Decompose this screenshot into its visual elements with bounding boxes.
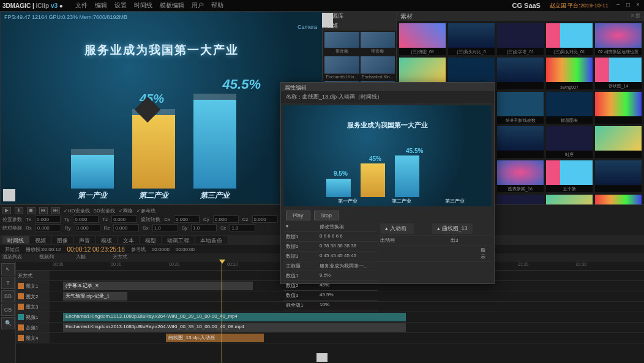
prop-row-5[interactable]: 数值245% bbox=[283, 281, 378, 291]
bb-tool[interactable]: BB bbox=[1, 290, 15, 302]
sz-input[interactable] bbox=[230, 224, 255, 231]
asset-thumb-24[interactable] bbox=[595, 160, 642, 192]
reslib-thumb-1[interactable]: 带音频 bbox=[361, 32, 395, 55]
stop-icon[interactable]: ⏹ bbox=[27, 207, 36, 214]
propedit-header[interactable]: 属性编辑 bbox=[281, 83, 494, 91]
select-tool[interactable]: ↖ bbox=[1, 263, 15, 275]
clip-0-0[interactable]: (手幕:8-记录_✕ bbox=[63, 282, 253, 290]
reslib-thumb-2[interactable]: Enchanted.Kin... bbox=[324, 56, 359, 80]
asset-thumb-19[interactable] bbox=[595, 126, 642, 158]
clip-3-0[interactable]: Enchanted.Kingdom.2013.1080p.BluRay.x264… bbox=[63, 313, 406, 321]
prop-row-4[interactable]: 数值19.5% bbox=[283, 271, 378, 281]
prop-out[interactable]: 出动画 bbox=[380, 237, 414, 244]
clip-5-0[interactable]: 曲线图_13.clp-入动画 bbox=[166, 334, 264, 342]
minimize-button[interactable]: − bbox=[615, 2, 622, 9]
search-tool[interactable]: 🔍 bbox=[1, 317, 15, 329]
tz-input[interactable] bbox=[111, 215, 137, 223]
grid-check[interactable]: ✓网格 bbox=[119, 208, 133, 214]
asset-thumb-22[interactable]: 图表新闻_16 bbox=[497, 160, 544, 192]
tl-tab-3[interactable]: 声音 bbox=[74, 236, 95, 244]
menu-user[interactable]: 用户 bbox=[192, 1, 204, 10]
stop-button[interactable]: Stop bbox=[314, 211, 339, 220]
playhead[interactable] bbox=[222, 262, 222, 363]
tl-tab-6[interactable]: 模型 bbox=[140, 236, 161, 244]
menu-settings[interactable]: 设置 bbox=[114, 1, 127, 10]
asset-thumb-1[interactable]: (三)新头对比_0 bbox=[448, 23, 495, 55]
sx-input[interactable] bbox=[152, 224, 178, 231]
track-3[interactable]: 视频1Enchanted.Kingdom.2013.1080p.BluRay.x… bbox=[16, 312, 644, 323]
prop-row-6[interactable]: 数值345.5% bbox=[283, 291, 378, 301]
tl-start[interactable]: 开始点 bbox=[5, 246, 20, 253]
prop-out3[interactable]: 出3 bbox=[451, 237, 458, 244]
next-icon[interactable]: ⏭ bbox=[51, 207, 60, 214]
sy-input[interactable] bbox=[191, 224, 217, 231]
tab-curve[interactable]: ▴ 曲线图_13 bbox=[432, 223, 473, 234]
prop-row-3[interactable]: 主标题服务业成为我国第一... bbox=[283, 261, 378, 271]
cx-input[interactable] bbox=[174, 215, 200, 223]
menu-file[interactable]: 文件 bbox=[75, 1, 88, 10]
reslib-thumb-0[interactable]: 带音频 bbox=[324, 32, 359, 55]
asset-search[interactable]: S 搜 bbox=[631, 12, 640, 20]
tl-tab-7[interactable]: 动画工程 bbox=[162, 236, 194, 244]
nav-gizmo[interactable] bbox=[126, 88, 169, 131]
tl-tab-8[interactable]: 本地备份 bbox=[195, 236, 227, 244]
asset-thumb-2[interactable]: (三)金字塔_01 bbox=[497, 23, 544, 55]
asset-thumb-18[interactable]: 时序 bbox=[546, 126, 593, 158]
asset-thumb-29[interactable] bbox=[595, 195, 642, 204]
bottom-handle-icon[interactable] bbox=[316, 353, 328, 362]
sd-safe-check[interactable]: SD安全线 bbox=[94, 208, 115, 214]
tl-tab-2[interactable]: 图像 bbox=[52, 236, 73, 244]
menu-edit[interactable]: 编辑 bbox=[95, 1, 107, 10]
asset-thumb-0[interactable]: (三)饼图_09 bbox=[399, 23, 446, 55]
pause-icon[interactable]: ⏸ bbox=[15, 207, 23, 214]
tl-tab-0[interactable]: 时间线 bbox=[2, 236, 29, 244]
maximize-button[interactable]: □ bbox=[624, 2, 632, 9]
asset-thumb-4[interactable]: 02.雄安新区地理位置 bbox=[595, 23, 642, 55]
reslib-thumb-3[interactable]: Enchanted.Kin... bbox=[361, 56, 395, 80]
rz-input[interactable] bbox=[113, 224, 139, 231]
asset-thumb-23[interactable]: 五个新 bbox=[546, 160, 593, 192]
cy-input[interactable] bbox=[213, 215, 239, 223]
menu-help[interactable]: 帮助 bbox=[211, 1, 223, 10]
menu-template[interactable]: 模板编辑 bbox=[160, 1, 184, 10]
ty-input[interactable] bbox=[73, 215, 99, 223]
menu-timeline[interactable]: 时间线 bbox=[134, 1, 152, 10]
clip-4-0[interactable]: Enchanted.Kingdom.2013.1080p.BluRay.x264… bbox=[63, 323, 406, 332]
tl-ref[interactable]: 参考线 bbox=[131, 246, 146, 253]
track-5[interactable]: 图文4曲线图_13.clp-入动画 bbox=[16, 333, 644, 343]
asset-thumb-28[interactable] bbox=[546, 195, 593, 204]
asset-thumb-9[interactable]: 饼状图_14 bbox=[595, 58, 642, 89]
prop-row-0[interactable]: 数据10 6 6 6 6 6 bbox=[283, 232, 378, 242]
track-open[interactable]: 开方式 bbox=[18, 272, 32, 279]
ry-input[interactable] bbox=[75, 224, 100, 231]
rx-input[interactable] bbox=[36, 224, 61, 231]
hd-safe-check[interactable]: ✓HD安全线 bbox=[64, 208, 90, 214]
tab-in-anim[interactable]: ▴ 入动画 bbox=[380, 223, 414, 234]
prop-row-7[interactable]: 标全版110% bbox=[283, 301, 378, 310]
play-icon[interactable]: ▶ bbox=[2, 207, 11, 214]
asset-thumb-13[interactable]: 标题图表 bbox=[546, 92, 593, 124]
asset-thumb-17[interactable] bbox=[497, 126, 544, 158]
viewport[interactable]: 服务业成为我国第一大产业 第一产业 45%第二产业 45.5%第三产业 FPS:… bbox=[0, 11, 323, 204]
tl-tab-4[interactable]: 模板 bbox=[96, 236, 117, 244]
tl-tab-1[interactable]: 视频 bbox=[30, 236, 51, 244]
asset-thumb-12[interactable]: 绘并列折线改数 bbox=[497, 92, 544, 124]
text-tool[interactable]: T bbox=[1, 277, 15, 289]
close-button[interactable]: × bbox=[634, 2, 642, 9]
asset-thumb-8[interactable]: swing007 bbox=[546, 58, 593, 89]
track-4[interactable]: 音频1Enchanted.Kingdom.2013.1080p.BluRay.x… bbox=[16, 323, 644, 333]
prev-icon[interactable]: ⏮ bbox=[39, 207, 48, 214]
prop-row-1[interactable]: 数据20 38 38 38 38 38 bbox=[283, 242, 378, 252]
cz-input[interactable] bbox=[252, 215, 278, 223]
cb-tool[interactable]: CB bbox=[1, 304, 15, 316]
tl-tab-5[interactable]: 文本 bbox=[118, 236, 139, 244]
tx-input[interactable] bbox=[35, 215, 61, 223]
ref-check[interactable]: ✓参考线 bbox=[137, 208, 155, 214]
prop-show[interactable]: 循示 bbox=[481, 247, 489, 260]
asset-thumb-14[interactable] bbox=[595, 92, 642, 124]
play-button[interactable]: Play bbox=[286, 211, 310, 220]
viewport-corner-icon[interactable] bbox=[3, 189, 15, 201]
clip-1-0[interactable]: 天气预报.clp-记录_1 bbox=[63, 292, 127, 301]
asset-thumb-7[interactable] bbox=[497, 58, 544, 89]
asset-thumb-27[interactable] bbox=[497, 195, 544, 204]
